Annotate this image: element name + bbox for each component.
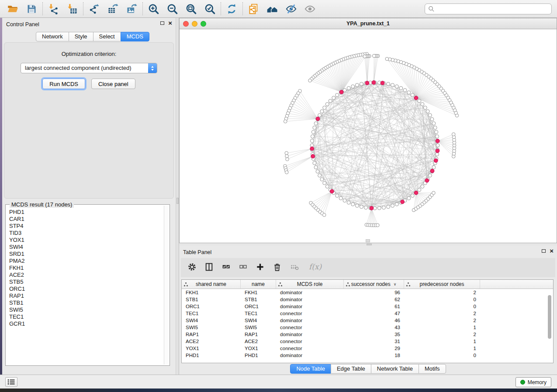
tab-select[interactable]: Select [93, 32, 121, 41]
table-cell: dominator [276, 289, 344, 296]
float-panel-icon[interactable] [160, 21, 164, 25]
delete-column-button[interactable] [273, 262, 282, 273]
mcds-result-item[interactable]: STB1 [9, 299, 163, 306]
table-header-row: shared namenameMCDS rolesuccessor nodes∨… [182, 280, 553, 289]
vertical-splitter-handle[interactable] [176, 198, 179, 204]
zoom-out-button[interactable] [166, 3, 179, 15]
import-table-button[interactable] [66, 3, 79, 15]
table-row[interactable]: SWI4SWI4dominator462 [182, 317, 553, 324]
mcds-result-item[interactable]: STP4 [9, 223, 163, 230]
column-header-successor-nodes[interactable]: successor nodes∨ [344, 280, 404, 289]
first-neighbors-button[interactable] [266, 3, 279, 15]
horizontal-splitter-handle[interactable] [367, 244, 372, 245]
search-input[interactable] [437, 4, 551, 14]
mcds-result-item[interactable]: ACE2 [9, 272, 163, 279]
column-header-MCDS-role[interactable]: MCDS role [276, 280, 344, 289]
mcds-result-item[interactable]: ORC1 [9, 285, 163, 292]
mcds-result-item[interactable]: SWI4 [9, 244, 163, 251]
mcds-result-item[interactable]: CAR1 [9, 216, 163, 223]
import-network-button[interactable] [47, 3, 60, 15]
table-scrollbar[interactable] [547, 291, 552, 361]
table-cell: RAP1 [241, 331, 276, 338]
tab-edge-table[interactable]: Edge Table [331, 364, 371, 374]
close-panel-icon[interactable]: × [168, 21, 172, 25]
save-floppy-icon [26, 3, 38, 15]
apply-layout-button[interactable] [225, 3, 238, 15]
table-row[interactable]: PHD1PHD1dominator180 [182, 352, 553, 359]
table-scrollbar-thumb[interactable] [548, 295, 551, 339]
delete-table-button[interactable] [290, 262, 300, 273]
criterion-dropdown[interactable]: largest connected component (undirected) [21, 63, 157, 73]
mcds-result-item[interactable]: TID3 [9, 230, 163, 237]
column-header-name[interactable]: name [241, 280, 276, 289]
mcds-result-item[interactable]: SWI5 [9, 306, 163, 313]
mcds-result-item[interactable]: YOX1 [9, 237, 163, 244]
tab-network[interactable]: Network [36, 32, 69, 41]
table-cell: SWI4 [241, 317, 276, 324]
tab-motifs[interactable]: Motifs [419, 364, 446, 374]
network-window-titlebar[interactable]: YPA_prune.txt_1 [180, 18, 557, 29]
mcds-result-list: PHD1CAR1STP4TID3YOX1SWI4SRD1PMA2FKH1ACE2… [9, 209, 163, 364]
mcds-result-item[interactable]: TEC1 [9, 313, 163, 320]
close-window-icon[interactable] [183, 21, 189, 27]
zoom-in-button[interactable] [147, 3, 160, 15]
save-session-button[interactable] [25, 3, 38, 15]
table-row[interactable]: SWI5SWI5connector431 [182, 324, 553, 331]
export-image-button[interactable] [125, 3, 138, 15]
table-row[interactable]: TEC1TEC1connector472 [182, 310, 553, 317]
mcds-result-scrollbar[interactable] [164, 206, 169, 364]
table-cell: 2 [404, 317, 480, 324]
open-session-button[interactable] [7, 3, 19, 15]
show-all-button[interactable] [304, 3, 316, 15]
float-table-panel-icon[interactable] [542, 249, 546, 253]
column-header-shared-name[interactable]: shared name [182, 280, 241, 289]
export-network-button[interactable] [88, 3, 100, 15]
table-cell: ORC1 [241, 303, 276, 310]
table-cell: 18 [344, 352, 404, 359]
table-settings-button[interactable] [187, 262, 197, 273]
select-all-button[interactable] [221, 262, 231, 273]
network-graph[interactable] [180, 29, 557, 243]
maximize-window-icon[interactable] [201, 21, 206, 27]
mcds-result-item[interactable]: SRD1 [9, 251, 163, 258]
run-mcds-button[interactable]: Run MCDS [42, 79, 85, 89]
mcds-result-item[interactable]: PHD1 [9, 209, 163, 216]
show-columns-button[interactable] [204, 262, 214, 273]
tab-network-table[interactable]: Network Table [371, 364, 419, 374]
mcds-result-item[interactable]: GCR1 [9, 320, 163, 327]
tab-node-table[interactable]: Node Table [290, 364, 331, 374]
mcds-result-item[interactable]: STB5 [9, 279, 163, 285]
create-column-button[interactable] [256, 262, 265, 273]
table-row[interactable]: ORC1ORC1dominator610 [182, 303, 553, 310]
network-resize-handle[interactable] [366, 239, 370, 242]
tab-style[interactable]: Style [69, 32, 93, 41]
memory-button[interactable]: Memory [515, 377, 551, 387]
mcds-result-item[interactable]: FKH1 [9, 265, 163, 272]
app-window: Control Panel × NetworkStyleSelectMCDS O… [0, 0, 557, 392]
table-row[interactable]: RAP1RAP1dominator352 [182, 331, 553, 338]
new-network-from-selection-button[interactable] [247, 3, 260, 15]
table-row[interactable]: YOX1YOX1connector291 [182, 345, 553, 352]
close-panel-button[interactable]: Close panel [91, 79, 135, 89]
network-canvas[interactable] [180, 29, 557, 243]
column-header-predecessor-nodes[interactable]: predecessor nodes [404, 280, 480, 289]
table-row[interactable]: STB1STB1dominator620 [182, 296, 553, 303]
table-cell: 62 [344, 296, 404, 303]
function-builder-button[interactable]: f(x) [308, 262, 323, 273]
table-row[interactable]: FKH1FKH1dominator962 [182, 289, 553, 296]
zoom-selected-button[interactable] [204, 3, 216, 15]
table-cell: TEC1 [241, 310, 276, 317]
export-table-button[interactable] [107, 3, 119, 15]
vertical-splitter[interactable] [176, 18, 179, 375]
tab-mcds[interactable]: MCDS [121, 32, 149, 41]
table-row[interactable]: ACE2ACE2connector311 [182, 338, 553, 345]
mcds-result-item[interactable]: PMA2 [9, 258, 163, 265]
minimize-window-icon[interactable] [192, 21, 197, 27]
table-cell: PHD1 [182, 352, 241, 359]
zoom-fit-button[interactable] [185, 3, 197, 15]
close-table-panel-icon[interactable]: × [550, 249, 554, 253]
deselect-all-button[interactable] [239, 262, 248, 273]
mcds-result-item[interactable]: RAP1 [9, 292, 163, 299]
hide-selected-button[interactable] [285, 3, 298, 15]
show-panels-button[interactable] [5, 377, 17, 387]
